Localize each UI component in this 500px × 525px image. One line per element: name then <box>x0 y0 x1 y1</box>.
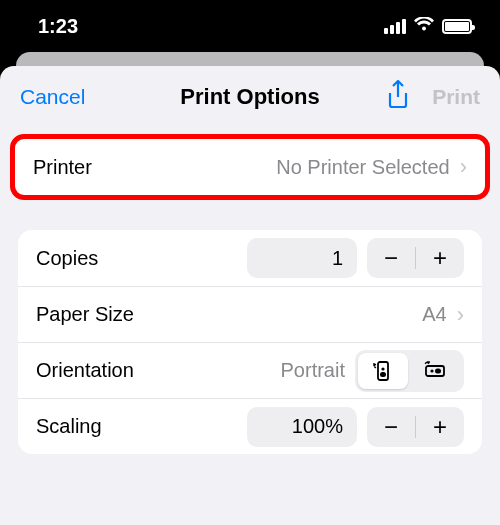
copies-increment-button[interactable]: + <box>416 238 464 278</box>
settings-group: Copies 1 − + Paper Size A4 › Orientation <box>18 230 482 454</box>
svg-point-4 <box>430 369 433 372</box>
svg-point-1 <box>381 367 384 370</box>
chevron-right-icon: › <box>453 302 464 328</box>
wifi-icon <box>414 16 434 37</box>
orientation-landscape-button[interactable] <box>411 353 461 389</box>
svg-rect-5 <box>435 368 441 373</box>
battery-icon <box>442 19 472 34</box>
paper-size-row[interactable]: Paper Size A4 › <box>18 286 482 342</box>
copies-stepper: − + <box>367 238 464 278</box>
scaling-increment-button[interactable]: + <box>416 407 464 447</box>
cellular-icon <box>384 19 406 34</box>
scaling-stepper: − + <box>367 407 464 447</box>
orientation-row: Orientation Portrait <box>18 342 482 398</box>
orientation-segmented <box>355 350 464 392</box>
orientation-label: Orientation <box>36 359 134 382</box>
status-time: 1:23 <box>38 15 78 38</box>
orientation-portrait-button[interactable] <box>358 353 408 389</box>
copies-decrement-button[interactable]: − <box>367 238 415 278</box>
printer-row[interactable]: Printer No Printer Selected › <box>15 139 485 195</box>
svg-rect-2 <box>380 372 386 377</box>
scaling-label: Scaling <box>36 415 102 438</box>
paper-size-value: A4 › <box>422 302 464 328</box>
copies-row: Copies 1 − + <box>18 230 482 286</box>
share-button[interactable] <box>386 80 410 114</box>
nav-bar: Cancel Print Options Print <box>0 80 500 134</box>
status-bar: 1:23 <box>0 0 500 52</box>
landscape-icon <box>424 360 448 382</box>
status-indicators <box>384 16 472 37</box>
portrait-icon <box>372 360 394 382</box>
cancel-button[interactable]: Cancel <box>20 85 85 109</box>
copies-value[interactable]: 1 <box>247 238 357 278</box>
scaling-row: Scaling 100% − + <box>18 398 482 454</box>
orientation-value: Portrait <box>281 359 345 382</box>
chevron-right-icon: › <box>456 154 467 180</box>
print-button[interactable]: Print <box>432 85 480 109</box>
printer-value: No Printer Selected › <box>276 154 467 180</box>
paper-size-label: Paper Size <box>36 303 134 326</box>
copies-label: Copies <box>36 247 98 270</box>
printer-label: Printer <box>33 156 92 179</box>
printer-group: Printer No Printer Selected › <box>10 134 490 200</box>
page-title: Print Options <box>180 84 319 110</box>
svg-rect-0 <box>378 362 388 380</box>
scaling-value[interactable]: 100% <box>247 407 357 447</box>
print-options-sheet: Cancel Print Options Print Printer No Pr… <box>0 66 500 525</box>
scaling-decrement-button[interactable]: − <box>367 407 415 447</box>
